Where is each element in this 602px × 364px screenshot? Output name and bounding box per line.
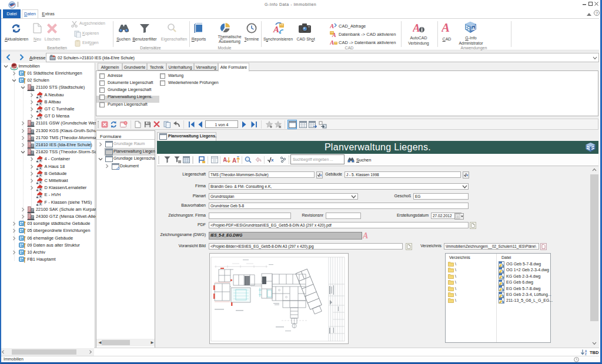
svg-text:A: A bbox=[330, 22, 334, 29]
svg-text:A: A bbox=[585, 350, 587, 353]
svg-text:Z: Z bbox=[585, 353, 587, 355]
svg-text:A: A bbox=[232, 157, 236, 164]
svg-text:A: A bbox=[413, 22, 420, 33]
svg-text:x: x bbox=[271, 157, 274, 163]
svg-text:A: A bbox=[442, 22, 450, 33]
svg-text:A: A bbox=[472, 26, 475, 31]
svg-text:A: A bbox=[363, 231, 368, 240]
svg-text:A: A bbox=[223, 157, 227, 163]
svg-text:A: A bbox=[332, 32, 336, 38]
svg-text:A: A bbox=[273, 25, 279, 34]
svg-text:A: A bbox=[330, 39, 334, 46]
